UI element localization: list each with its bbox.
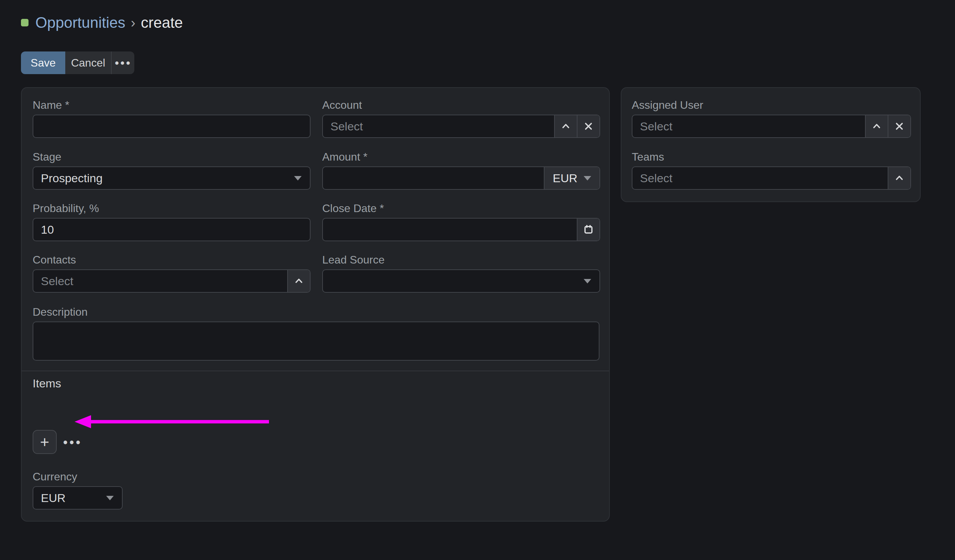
caret-down-icon xyxy=(584,279,591,284)
stage-select[interactable]: Prospecting xyxy=(33,167,310,190)
contacts-expand-button[interactable] xyxy=(287,270,310,292)
x-icon xyxy=(584,122,593,131)
teams-input[interactable] xyxy=(632,167,888,189)
cancel-button[interactable]: Cancel xyxy=(65,51,111,74)
account-input[interactable] xyxy=(323,115,554,137)
side-panel: Assigned User Teams xyxy=(621,87,921,202)
contacts-label: Contacts xyxy=(33,253,310,267)
items-more-button[interactable]: ●●● xyxy=(63,430,82,454)
probability-label: Probability, % xyxy=(33,201,310,215)
caret-down-icon xyxy=(106,496,114,500)
add-item-button[interactable]: + xyxy=(33,430,57,454)
account-expand-button[interactable] xyxy=(554,115,577,137)
edit-toolbar: Save Cancel ●●● xyxy=(21,51,134,74)
name-input[interactable] xyxy=(33,115,310,138)
chevron-up-icon xyxy=(294,276,304,286)
x-icon xyxy=(894,122,904,131)
amount-currency-select[interactable]: EUR xyxy=(544,167,600,189)
chevron-up-icon xyxy=(560,121,571,131)
breadcrumb-current: create xyxy=(141,14,183,31)
close-date-input[interactable] xyxy=(323,218,577,240)
stage-label: Stage xyxy=(33,150,310,164)
amount-input[interactable] xyxy=(323,167,544,189)
teams-expand-button[interactable] xyxy=(888,167,910,189)
items-label: Items xyxy=(33,377,61,390)
main-form-panel: Name * Account Stage Prospecting xyxy=(21,87,610,522)
currency-label: Currency xyxy=(33,470,123,484)
items-section-divider xyxy=(22,371,609,371)
amount-label: Amount * xyxy=(322,150,600,164)
stage-value: Prospecting xyxy=(41,172,103,185)
annotation-arrow-shaft xyxy=(90,420,269,423)
entity-marker-icon xyxy=(21,19,28,27)
currency-value: EUR xyxy=(41,491,66,505)
annotation-arrow xyxy=(75,415,269,428)
description-textarea[interactable] xyxy=(33,321,600,360)
account-label: Account xyxy=(322,98,600,112)
breadcrumb-separator: › xyxy=(125,15,141,31)
name-label: Name * xyxy=(33,98,310,112)
caret-down-icon xyxy=(294,176,302,181)
currency-select[interactable]: EUR xyxy=(33,486,123,510)
opportunity-create-page: Opportunities › create Save Cancel ●●● N… xyxy=(0,0,955,560)
amount-currency-value: EUR xyxy=(553,172,578,185)
close-date-label: Close Date * xyxy=(322,201,600,215)
lead-source-label: Lead Source xyxy=(322,253,600,267)
annotation-arrow-head-icon xyxy=(75,415,91,428)
teams-label: Teams xyxy=(632,150,911,164)
breadcrumb: Opportunities › create xyxy=(21,13,183,32)
assigned-user-expand-button[interactable] xyxy=(865,115,888,137)
chevron-up-icon xyxy=(872,121,882,131)
calendar-icon xyxy=(583,224,594,235)
probability-input[interactable] xyxy=(33,218,310,241)
caret-down-icon xyxy=(584,176,591,181)
chevron-up-icon xyxy=(894,173,905,183)
close-date-picker-button[interactable] xyxy=(577,218,600,240)
contacts-input[interactable] xyxy=(33,270,287,292)
assigned-user-clear-button[interactable] xyxy=(888,115,910,137)
account-clear-button[interactable] xyxy=(577,115,600,137)
save-button[interactable]: Save xyxy=(21,51,65,74)
assigned-user-label: Assigned User xyxy=(632,98,911,112)
toolbar-more-button[interactable]: ●●● xyxy=(111,51,134,74)
description-label: Description xyxy=(33,305,600,319)
lead-source-select[interactable] xyxy=(322,269,600,293)
breadcrumb-entity-link[interactable]: Opportunities xyxy=(35,14,125,31)
assigned-user-input[interactable] xyxy=(632,115,865,137)
